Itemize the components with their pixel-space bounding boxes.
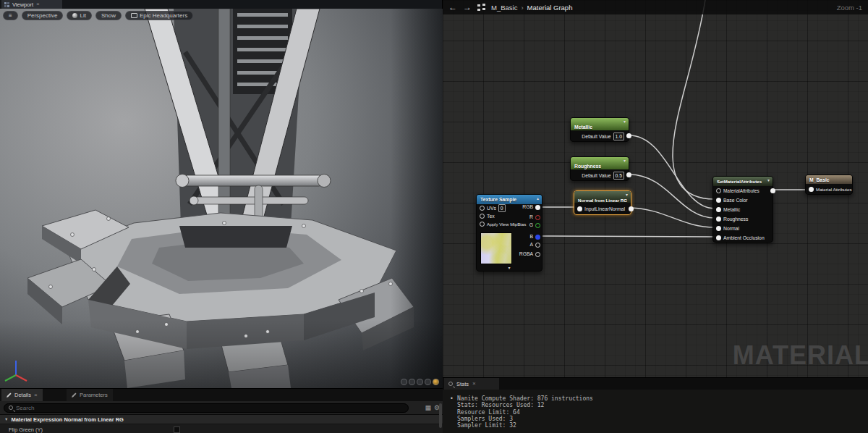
viewport-corner-controls <box>401 379 439 385</box>
details-section-header[interactable]: ▼ Material Expression Normal from Linear… <box>0 414 443 424</box>
mipbias-label: Apply View MipBias <box>487 222 526 227</box>
parameters-tab-label: Parameters <box>80 392 108 398</box>
lit-label: Lit <box>80 12 85 19</box>
viewport-control-icon[interactable] <box>417 379 423 385</box>
node-set-material-attributes[interactable]: SetMaterialAttributes ▾ MaterialAttribut… <box>712 176 773 243</box>
g-output-pin[interactable] <box>535 223 540 228</box>
node-normal-from-linear-rg[interactable]: Normal from Linear RG BLAttribs ▾ InputL… <box>574 190 631 215</box>
b-output-pin[interactable] <box>535 235 540 240</box>
tab-stats[interactable]: Stats × <box>444 378 499 390</box>
chevron-down-icon[interactable]: ▾ <box>624 158 626 163</box>
roughness-label: Roughness <box>723 216 748 222</box>
camera-bookmark-button[interactable]: Epic Headquarters <box>125 11 193 20</box>
stat-line: Stats: Resources Used: 12 <box>457 402 544 408</box>
materialattributes-output-pin[interactable] <box>770 188 775 193</box>
viewport-tab-close-icon[interactable]: × <box>36 1 40 7</box>
lit-mode-button[interactable]: Lit <box>67 11 91 20</box>
output-pin[interactable] <box>626 133 631 138</box>
viewport-control-icon[interactable] <box>425 379 431 385</box>
details-panel: Details × Parameters ▦ ⚙ ▼ Material Expr… <box>0 388 443 433</box>
chevron-down-icon[interactable]: ▾ <box>626 192 628 197</box>
pencil-icon <box>72 392 77 398</box>
back-arrow-icon[interactable]: ← <box>448 2 457 12</box>
details-scrollbar[interactable] <box>439 403 442 428</box>
display-filter-icon[interactable]: ▦ <box>425 403 431 412</box>
rgb-output-pin[interactable] <box>535 205 540 210</box>
details-tab-label: Details <box>14 392 31 398</box>
collapse-triangle-icon: ▼ <box>4 417 8 421</box>
rgba-label: RGBA <box>519 251 533 256</box>
g-label: G <box>529 222 533 227</box>
viewport-tabbar: Viewport × <box>0 0 443 9</box>
mipbias-input-pin[interactable] <box>480 222 485 227</box>
tab-parameters[interactable]: Parameters <box>67 389 113 401</box>
perspective-label: Perspective <box>27 12 58 19</box>
uvs-input-pin[interactable] <box>480 206 485 211</box>
input-pin[interactable] <box>577 206 582 211</box>
basecolor-input-pin[interactable] <box>716 198 721 203</box>
stat-line: Sampler Limit: 32 <box>457 422 516 429</box>
uvs-value-field[interactable]: 0 <box>498 204 506 212</box>
node-metallic[interactable]: Metallic Param (1) ▾ Default Value 1.0 <box>570 117 629 142</box>
stats-tab-close-icon[interactable]: × <box>472 381 476 387</box>
chevron-down-icon[interactable]: ▾ <box>767 177 770 182</box>
chevron-up-icon[interactable]: ▴ <box>537 196 539 201</box>
output-pin[interactable] <box>629 206 634 211</box>
stats-search-icon <box>448 382 453 386</box>
tex-label: Tex <box>487 214 495 219</box>
rgba-output-pin[interactable] <box>535 252 540 257</box>
normal-input-pin[interactable] <box>716 226 721 231</box>
node-m-basic-result[interactable]: M_Basic Material Attributes <box>805 175 853 195</box>
stats-tab-label: Stats <box>456 381 469 387</box>
tab-details[interactable]: Details × <box>1 389 43 401</box>
show-button[interactable]: Show <box>95 11 122 20</box>
material-graph-canvas[interactable]: MATERIAL ← → M_Basic › Material Graph Zo… <box>443 0 868 433</box>
tex-input-pin[interactable] <box>480 214 485 219</box>
output-pin[interactable] <box>626 172 631 177</box>
r-label: R <box>529 214 533 219</box>
node-texture-sample[interactable]: Texture Sample ▴ UVs 0 Tex Apply View Mi… <box>476 194 542 272</box>
stats-panel: Stats × •Nanite Compute Shader: 876 inst… <box>443 377 868 433</box>
default-value-field[interactable]: 0.5 <box>613 172 624 180</box>
search-input[interactable] <box>16 405 404 411</box>
ambient-occlusion-input-pin[interactable] <box>716 235 721 240</box>
metallic-label: Metallic <box>723 207 740 212</box>
node-roughness[interactable]: Roughness Param (0.5) ▾ Default Value 0.… <box>570 156 629 181</box>
materialattributes-input-pin[interactable] <box>716 188 721 193</box>
section-title: Material Expression Normal from Linear R… <box>11 416 123 423</box>
stats-tabbar: Stats × <box>443 378 868 390</box>
normal-label: Normal <box>723 226 739 231</box>
chevron-down-icon[interactable]: ▾ <box>624 119 626 124</box>
viewport-control-icon[interactable] <box>409 379 415 385</box>
node-title: Texture Sample <box>480 197 516 202</box>
a-output-pin[interactable] <box>535 243 540 248</box>
viewport-toolbar: ≡ Perspective Lit Show Epic Headquarters <box>3 11 193 20</box>
tab-viewport[interactable]: Viewport × <box>1 0 62 9</box>
metallic-input-pin[interactable] <box>716 207 721 212</box>
node-title: SetMaterialAttributes <box>717 179 762 184</box>
ambient-occlusion-label: Ambient Occlusion <box>723 235 765 240</box>
r-output-pin[interactable] <box>535 215 540 220</box>
breadcrumb-asset[interactable]: M_Basic <box>491 4 517 12</box>
camera-bookmark-label: Epic Headquarters <box>140 12 187 19</box>
flip-green-checkbox[interactable] <box>174 426 180 433</box>
perspective-button[interactable]: Perspective <box>22 11 64 20</box>
node-title: Metallic <box>574 125 592 130</box>
viewport-grid-icon <box>4 2 9 7</box>
breadcrumb-page: Material Graph <box>527 4 573 12</box>
material-attributes-input-pin[interactable] <box>809 187 814 192</box>
viewport-3d-view[interactable]: ≡ Perspective Lit Show Epic Headquarters <box>0 9 443 388</box>
forward-arrow-icon[interactable]: → <box>463 2 472 12</box>
texture-preview-thumbnail[interactable] <box>480 232 512 264</box>
input-pin-label: InputLinearNormal <box>584 206 625 211</box>
stat-line: Nanite Compute Shader: 876 instructions <box>457 395 593 402</box>
show-label: Show <box>101 12 116 19</box>
default-value-field[interactable]: 1.0 <box>613 133 624 140</box>
expand-chevron-icon[interactable]: ▾ <box>508 265 510 270</box>
details-tab-close-icon[interactable]: × <box>34 392 38 398</box>
viewport-options-button[interactable]: ≡ <box>3 11 18 20</box>
viewport-warning-icon[interactable] <box>433 379 439 385</box>
material-attributes-label: Material Attributes <box>816 187 852 192</box>
roughness-input-pin[interactable] <box>716 216 721 222</box>
viewport-control-icon[interactable] <box>401 379 407 385</box>
